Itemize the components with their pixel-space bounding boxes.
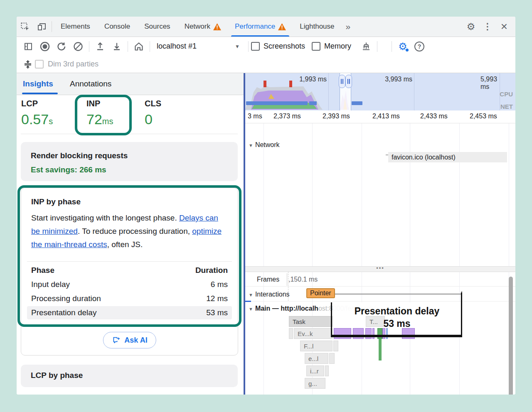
upload-profile-icon[interactable] [92, 39, 108, 54]
triangle-down-icon[interactable]: ▼ [249, 292, 253, 297]
divider [21, 134, 238, 134]
metric-lcp-value: 0.57s [21, 111, 53, 128]
flame-bar-cell[interactable] [329, 353, 335, 364]
garbage-collect-icon[interactable] [358, 39, 374, 54]
ask-ai-label: Ask AI [124, 336, 147, 345]
kebab-menu-icon[interactable]: ⋮ [480, 20, 495, 34]
dock-side-icon[interactable] [20, 39, 37, 54]
flame-bar-event-click[interactable]: Ev...k [294, 328, 332, 339]
frames-section-header[interactable]: Frames [257, 276, 279, 283]
selection-right-handle[interactable] [345, 75, 352, 88]
table-row[interactable]: Input delay 6 ms [27, 278, 232, 291]
sidebar-tabstrip: Insights Annotations [17, 73, 244, 95]
reload-record-icon[interactable] [53, 39, 70, 54]
track-splitter[interactable]: ••• [245, 266, 515, 272]
lcp-by-phase-card[interactable]: LCP by phase [21, 365, 238, 387]
inp-card-description: Start investigating with the longest pha… [31, 211, 229, 251]
metric-lcp-label: LCP [21, 99, 38, 108]
record-icon[interactable] [37, 39, 53, 54]
flame-bar-function-call[interactable]: F...l [300, 341, 332, 351]
network-section-header[interactable]: ▼Network [249, 141, 280, 149]
annotation-title: Presentation delay [332, 306, 461, 317]
tab-console[interactable]: Console [97, 17, 137, 37]
settings-gear-icon[interactable]: ⚙ [464, 20, 478, 34]
insights-underline [22, 93, 58, 94]
flame-bar-g[interactable]: g... [305, 378, 325, 389]
table-row-highlighted[interactable]: Presentation delay 53 ms [27, 306, 232, 319]
tab-elements[interactable]: Elements [54, 17, 97, 37]
vertical-scrollbar[interactable] [509, 277, 513, 395]
flame-bar-scripting[interactable] [402, 328, 415, 339]
flame-bar-scripting[interactable] [372, 328, 374, 339]
minimap-gridline [414, 73, 414, 110]
device-toolbar-icon[interactable] [33, 19, 50, 34]
render-blocking-title: Render blocking requests [31, 151, 128, 160]
chevron-down-icon[interactable]: ▼ [235, 44, 240, 49]
triangle-down-icon[interactable]: ▼ [249, 307, 253, 311]
pointer-interaction-badge[interactable]: Pointer [306, 288, 335, 298]
capture-settings-gear-icon[interactable]: ⚙ [394, 39, 411, 54]
performance-toolbar: localhost #1 ▼ Screenshots Memory ⚙ ? [17, 37, 515, 56]
warning-icon [278, 23, 286, 30]
clear-icon[interactable] [70, 39, 86, 54]
flame-bar-i[interactable]: i...r [306, 365, 324, 376]
table-row[interactable]: Processing duration 12 ms [27, 292, 232, 305]
ruler-tick: 2,433 ms [420, 113, 448, 120]
tab-lighthouse[interactable]: Lighthouse [293, 17, 341, 37]
flame-bar-cell[interactable] [289, 328, 293, 339]
tab-label: Network [185, 22, 210, 31]
main-track-selection-mark [245, 301, 251, 302]
tab-annotations[interactable]: Annotations [70, 73, 111, 95]
more-tabs-icon[interactable]: » [342, 17, 355, 37]
triangle-down-icon[interactable]: ▼ [249, 143, 253, 148]
gridline [410, 123, 410, 395]
tab-label: Sources [144, 22, 170, 31]
flame-bar-parsing[interactable] [386, 328, 388, 339]
selection-left-handle[interactable] [339, 75, 345, 88]
metric-cls-label: CLS [145, 99, 161, 108]
tab-performance[interactable]: Performance [228, 17, 293, 37]
row-divider [245, 301, 515, 302]
flame-bar-task[interactable]: Task [289, 316, 332, 327]
flame-bar-scripting[interactable] [353, 328, 364, 339]
help-icon[interactable]: ? [411, 39, 428, 54]
render-blocking-savings: Est savings: 266 ms [31, 165, 106, 174]
phase-duration: 6 ms [211, 280, 228, 289]
net-track-label: NET [500, 103, 513, 110]
session-selector[interactable]: localhost #1 [157, 42, 232, 51]
tab-insights[interactable]: Insights [23, 73, 53, 95]
annotation-duration: 53 ms [332, 318, 461, 329]
flame-bar-scripting[interactable] [365, 328, 372, 339]
phase-duration: 53 ms [206, 308, 228, 317]
flame-bar-scripting[interactable] [334, 328, 351, 339]
frame-boundary [287, 273, 287, 286]
tab-sources[interactable]: Sources [137, 17, 177, 37]
ruler-tick: 3 ms [248, 113, 262, 120]
flame-bar-cell[interactable] [333, 341, 338, 351]
panel-resize-divider[interactable] [244, 73, 245, 395]
screenshots-checkbox[interactable] [251, 42, 260, 51]
flame-bar-cell[interactable] [325, 365, 329, 376]
collapse-flame-icon[interactable] [21, 57, 35, 71]
memory-checkbox[interactable] [312, 42, 320, 51]
flame-bar-scripting[interactable] [382, 328, 385, 339]
warning-icon [213, 23, 221, 30]
inp-by-phase-card[interactable]: INP by phase Start investigating with th… [21, 188, 238, 356]
network-activity-bar [352, 101, 362, 105]
dim-3rd-parties-checkbox[interactable] [35, 60, 44, 69]
close-icon[interactable]: × [497, 20, 511, 34]
timeline-minimap[interactable]: 1,993 ms 3,993 ms 5,993 ms CPU NET [245, 73, 515, 111]
devtools-tabbar: Elements Console Sources Network Perform… [17, 17, 515, 37]
interactions-section-header[interactable]: ▼Interactions [249, 291, 290, 298]
insights-sidebar: Insights Annotations LCP 0.57s INP 72ms … [17, 73, 244, 395]
flame-bar-e[interactable]: e...l [305, 353, 328, 364]
render-blocking-card[interactable]: Render blocking requests Est savings: 26… [21, 142, 238, 181]
flame-bar-rendering[interactable] [377, 328, 382, 339]
download-profile-icon[interactable] [108, 39, 125, 54]
metric-cls-value: 0 [145, 111, 153, 128]
network-request-chip[interactable]: favicon.ico (localhost) [388, 152, 507, 162]
inspect-element-icon[interactable] [17, 19, 33, 34]
ask-ai-button[interactable]: Ask AI [103, 332, 156, 348]
tab-network[interactable]: Network [177, 17, 228, 37]
home-icon[interactable] [131, 39, 147, 54]
